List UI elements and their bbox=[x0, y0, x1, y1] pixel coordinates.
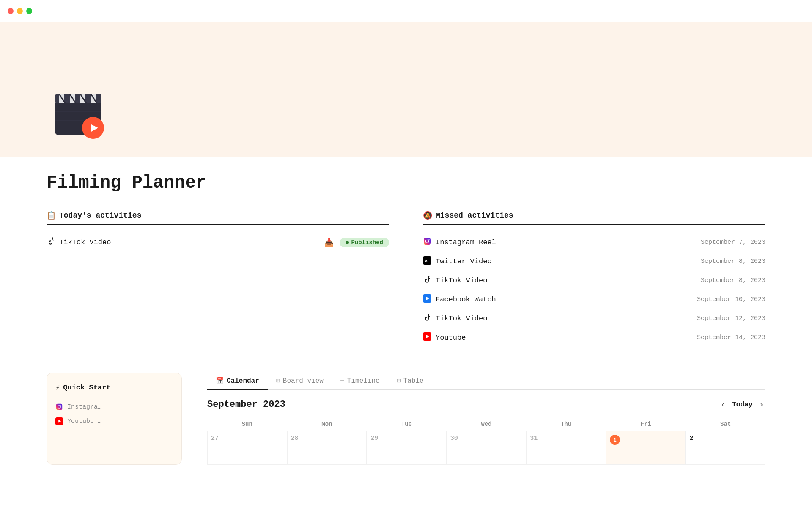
cal-cell-aug29[interactable]: 29 bbox=[367, 431, 447, 465]
svg-point-25 bbox=[60, 405, 61, 406]
day-header-mon: Mon bbox=[287, 417, 367, 431]
cal-cell-aug28[interactable]: 28 bbox=[287, 431, 367, 465]
published-dot bbox=[346, 241, 349, 244]
today-activities-icon: 📋 bbox=[47, 211, 56, 220]
day-header-fri: Fri bbox=[606, 417, 686, 431]
quick-start-title: ⚡ Quick Start bbox=[55, 383, 173, 392]
cal-date-sep1: 1 bbox=[610, 435, 682, 445]
missed-twitter-label: Twitter Video bbox=[436, 257, 492, 265]
cal-date-aug28: 28 bbox=[291, 435, 363, 442]
quick-start-card: ⚡ Quick Start Instagra… bbox=[47, 373, 182, 465]
board-tab-icon: ⊞ bbox=[276, 377, 280, 385]
youtube-icon bbox=[423, 332, 431, 343]
cal-cell-aug30[interactable]: 30 bbox=[447, 431, 527, 465]
prev-month-button[interactable]: ‹ bbox=[719, 400, 727, 409]
svg-rect-14 bbox=[424, 238, 431, 245]
twitter-icon: ✕ bbox=[423, 256, 431, 267]
page-title: Filming Planner bbox=[47, 157, 765, 211]
missed-activities-panel: 🔕 Missed activities bbox=[423, 211, 765, 347]
missed-twitter-video[interactable]: ✕ Twitter Video September 8, 2023 bbox=[423, 252, 765, 271]
calendar-header: September 2023 ‹ Today › bbox=[207, 399, 765, 410]
next-month-button[interactable]: › bbox=[757, 400, 765, 409]
svg-point-16 bbox=[429, 239, 430, 240]
missed-tiktok-video-2[interactable]: TikTok Video September 12, 2023 bbox=[423, 309, 765, 328]
facebook-icon bbox=[423, 294, 431, 305]
main-content: Filming Planner 📋 Today's activities Tik… bbox=[0, 157, 812, 465]
missed-youtube[interactable]: Youtube September 14, 2023 bbox=[423, 328, 765, 347]
missed-youtube-date: September 14, 2023 bbox=[697, 334, 765, 341]
table-tab-icon: ⊟ bbox=[397, 377, 401, 385]
cal-date-sep2: 2 bbox=[689, 435, 762, 442]
quick-start-youtube[interactable]: Youtube … bbox=[55, 414, 173, 428]
missed-tiktok-label: TikTok Video bbox=[436, 276, 487, 284]
board-tab-label: Board view bbox=[283, 377, 324, 385]
hero-icon bbox=[47, 78, 114, 157]
cal-cell-aug31[interactable]: 31 bbox=[526, 431, 606, 465]
quick-start-instagram-label: Instagra… bbox=[67, 403, 102, 411]
tab-timeline[interactable]: ⏤ Timeline bbox=[332, 373, 388, 390]
missed-activities-header: 🔕 Missed activities bbox=[423, 211, 765, 225]
today-button[interactable]: Today bbox=[732, 401, 752, 409]
quick-start-icon: ⚡ bbox=[55, 383, 60, 392]
cal-date-aug29: 29 bbox=[370, 435, 443, 442]
missed-facebook-label: Facebook Watch bbox=[436, 295, 496, 304]
missed-activities-icon: 🔕 bbox=[423, 211, 432, 220]
cal-cell-sep2[interactable]: 2 bbox=[686, 431, 765, 465]
quick-start-instagram[interactable]: Instagra… bbox=[55, 400, 173, 414]
inbox-icon: 📥 bbox=[324, 238, 334, 247]
missed-tiktok-date-2: September 12, 2023 bbox=[697, 315, 765, 322]
titlebar bbox=[0, 0, 812, 22]
timeline-tab-icon: ⏤ bbox=[340, 377, 344, 384]
tab-board-view[interactable]: ⊞ Board view bbox=[268, 373, 332, 390]
calendar-nav: ‹ Today › bbox=[719, 400, 765, 409]
view-tabs: 📅 Calendar ⊞ Board view ⏤ Timeline ⊟ Tab… bbox=[207, 373, 765, 390]
quick-start-label: Quick Start bbox=[63, 384, 110, 392]
svg-text:✕: ✕ bbox=[425, 258, 428, 264]
missed-facebook-watch[interactable]: Facebook Watch September 10, 2023 bbox=[423, 290, 765, 309]
missed-facebook-date: September 10, 2023 bbox=[697, 296, 765, 303]
instagram-icon bbox=[423, 237, 431, 248]
missed-instagram-date: September 7, 2023 bbox=[701, 239, 765, 246]
tiktok-icon bbox=[47, 237, 55, 248]
tab-calendar[interactable]: 📅 Calendar bbox=[207, 373, 268, 390]
missed-youtube-label: Youtube bbox=[436, 334, 466, 342]
calendar-tab-icon: 📅 bbox=[216, 377, 224, 385]
missed-instagram-label: Instagram Reel bbox=[436, 238, 496, 246]
cal-date-aug27: 27 bbox=[211, 435, 283, 442]
missed-tiktok-label-2: TikTok Video bbox=[436, 315, 487, 323]
published-label: Published bbox=[351, 239, 383, 246]
tiktok-video-label: TikTok Video bbox=[59, 238, 111, 246]
cal-cell-aug27[interactable]: 27 bbox=[207, 431, 287, 465]
cal-date-aug31: 31 bbox=[530, 435, 602, 442]
svg-rect-23 bbox=[56, 404, 62, 410]
calendar-month: September 2023 bbox=[207, 399, 285, 410]
tab-table[interactable]: ⊟ Table bbox=[388, 373, 432, 390]
close-button[interactable] bbox=[8, 8, 14, 14]
missed-activities-label: Missed activities bbox=[436, 211, 513, 220]
missed-twitter-date: September 8, 2023 bbox=[701, 258, 765, 265]
published-badge: Published bbox=[340, 238, 389, 247]
calendar-section: 📅 Calendar ⊞ Board view ⏤ Timeline ⊟ Tab… bbox=[207, 373, 765, 465]
table-tab-label: Table bbox=[403, 377, 424, 385]
minimize-button[interactable] bbox=[17, 8, 23, 14]
cal-cell-sep1[interactable]: 1 bbox=[606, 431, 686, 465]
missed-instagram-reel[interactable]: Instagram Reel September 7, 2023 bbox=[423, 233, 765, 252]
day-header-tue: Tue bbox=[367, 417, 447, 431]
today-activities-panel: 📋 Today's activities TikTok Video 📥 bbox=[47, 211, 389, 347]
tiktok-icon-3 bbox=[423, 313, 431, 324]
calendar-tab-label: Calendar bbox=[227, 377, 259, 385]
today-activity-tiktok[interactable]: TikTok Video 📥 Published bbox=[47, 233, 389, 252]
activities-section: 📋 Today's activities TikTok Video 📥 bbox=[47, 211, 765, 347]
bottom-section: ⚡ Quick Start Instagra… bbox=[47, 373, 765, 465]
today-activities-header: 📋 Today's activities bbox=[47, 211, 389, 225]
timeline-tab-label: Timeline bbox=[347, 377, 380, 385]
missed-tiktok-date: September 8, 2023 bbox=[701, 277, 765, 284]
tiktok-icon-2 bbox=[423, 275, 431, 286]
missed-tiktok-video[interactable]: TikTok Video September 8, 2023 bbox=[423, 271, 765, 290]
maximize-button[interactable] bbox=[26, 8, 32, 14]
today-activities-label: Today's activities bbox=[59, 211, 141, 220]
day-header-thu: Thu bbox=[526, 417, 606, 431]
day-header-sat: Sat bbox=[686, 417, 765, 431]
calendar-grid: Sun Mon Tue Wed Thu Fri Sat 27 28 29 30 bbox=[207, 417, 765, 465]
day-header-wed: Wed bbox=[447, 417, 527, 431]
